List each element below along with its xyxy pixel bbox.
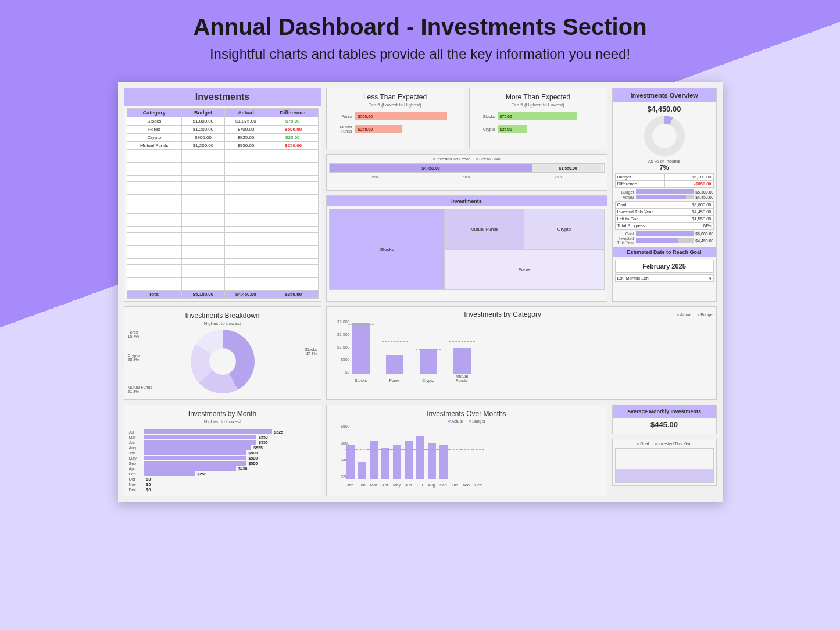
month-hbar: Oct$0 — [129, 477, 316, 481]
month-bar: Apr — [381, 448, 389, 479]
bycat-chart: $2,000$1,500$1,000$500$0 StocksForexCryp… — [329, 320, 714, 384]
treemap: Stocks Mutual Funds Crypto Forex — [329, 209, 605, 290]
treemap-stocks: Stocks — [330, 209, 445, 289]
month-bar: Aug — [428, 443, 436, 479]
treemap-title: Investments — [327, 196, 607, 206]
estimate-months: Est. Months Left 4 — [615, 274, 714, 282]
month-bar: Sep — [439, 445, 448, 479]
category-bar: Mutual Funds — [453, 348, 471, 374]
pie-mutual: Mutual Funds21.3% — [128, 385, 152, 393]
page-title: Annual Dashboard - Investments Section — [0, 0, 840, 40]
progress-bar: $4,450.00 $1,550.00 — [329, 163, 605, 173]
month-bar: Feb — [358, 462, 366, 479]
month-bar: May — [393, 445, 401, 479]
progress-card: Invested This Year Left to Goal $4,450.0… — [326, 154, 607, 191]
dashboard: Investments CategoryBudgetActualDifferen… — [118, 82, 723, 502]
overmonths-title: Investments Over Months — [329, 407, 605, 419]
bymonth-chart: Jul$625Mar$550Jun$550Aug$525Jan$500May$5… — [127, 428, 319, 493]
minibar-row: Crypto$25.00 — [472, 125, 605, 133]
month-hbar: Jun$550 — [129, 440, 316, 445]
more-sub: Top 5 (Highest to Lowest) — [472, 102, 605, 108]
average-title: Average Monthly Investments — [613, 405, 716, 418]
table-row: Crypto$900.00$925.00$25.00 — [127, 134, 318, 142]
month-hbar: Aug$525 — [129, 445, 316, 450]
month-hbar: May$500 — [129, 456, 316, 460]
month-hbar: Nov$0 — [129, 482, 316, 486]
minibar-row: Mutual Funds-$250.00 — [329, 125, 462, 133]
pie-stocks: Stocks42.1% — [305, 348, 317, 356]
investments-table: CategoryBudgetActualDifference Stocks$1,… — [127, 108, 319, 299]
month-hbar: Feb$250 — [129, 471, 316, 476]
overview-table-2: Goal$6,000.00Invested This Year$4,450.00… — [615, 201, 714, 230]
month-hbar: Dec$0 — [129, 487, 316, 492]
est-months-val: 4 — [698, 275, 713, 282]
by-month-card: Investments by Month Highest to Lowest J… — [124, 405, 321, 496]
treemap-crypto: Crypto — [524, 209, 603, 249]
investments-overview-card: Investments Overview $4,450.00 As % of I… — [612, 88, 717, 302]
month-bar: Mar — [370, 441, 378, 479]
breakdown-card: Investments Breakdown Highest to Lowest … — [124, 306, 321, 400]
more-title: More Than Expected — [472, 91, 605, 102]
treemap-card: Investments Stocks Mutual Funds Crypto F… — [326, 195, 607, 302]
month-hbar: Jan$500 — [129, 450, 316, 455]
average-value: $445.00 — [615, 420, 714, 429]
overview-title: Investments Overview — [613, 88, 716, 102]
minibar-row: Stocks$75.00 — [472, 112, 605, 120]
category-bar: Crypto — [420, 349, 437, 374]
est-months-label: Est. Months Left — [615, 275, 698, 282]
overview-donut — [644, 116, 685, 156]
treemap-forex: Forex — [445, 250, 603, 290]
pie-forex: Forex15.7% — [128, 330, 140, 338]
overview-total: $4,450.00 — [615, 105, 714, 113]
less-than-expected-card: Less Than Expected Top 5 (Lowest to High… — [326, 88, 464, 149]
progress-left: $1,550.00 — [532, 164, 604, 172]
breakdown-sub: Highest to Lowest — [127, 321, 319, 326]
overview-table-1: Budget$5,100.00Difference-$650.00 — [615, 173, 714, 188]
less-title: Less Than Expected — [329, 91, 462, 102]
overview-pct-label: As % of Income — [615, 159, 714, 164]
month-hbar: Sep$500 — [129, 461, 316, 466]
less-sub: Top 5 (Lowest to Highest) — [329, 102, 462, 108]
category-bar: Stocks — [352, 323, 370, 374]
average-card: Average Monthly Investments $445.00 — [612, 405, 717, 434]
more-than-expected-card: More Than Expected Top 5 (Highest to Low… — [469, 88, 607, 149]
investments-table-title: Investments — [124, 88, 321, 106]
estimate-date: February 2025 — [615, 260, 714, 273]
progress-ticks: 25% 50% 75% — [329, 175, 605, 179]
breakdown-donut — [191, 330, 255, 393]
month-bar: Jan — [346, 445, 355, 479]
bymonth-sub: Highest to Lowest — [127, 419, 319, 424]
breakdown-title: Investments Breakdown — [127, 309, 319, 321]
over-months-card: Investments Over Months ActualBudget $80… — [326, 405, 607, 496]
month-hbar: Jul$625 — [129, 429, 316, 434]
month-hbar: Apr$450 — [129, 466, 316, 471]
overmonths-chart: $800$600$400$200 JanFebMarAprMayJunJulAu… — [329, 424, 605, 488]
table-row: Forex$1,200.00$700.00-$500.00 — [127, 126, 318, 134]
category-bar: Forex — [386, 355, 403, 374]
goal-area-card: GoalInvested This Year — [612, 439, 717, 486]
month-bar: Jun — [405, 441, 413, 479]
minibar-row: Forex-$500.00 — [329, 112, 462, 120]
estimate-header: Estimated Date to Reach Goal — [613, 247, 716, 257]
progress-legend: Invested This Year Left to Goal — [329, 157, 605, 161]
table-row: Mutual Funds$1,200.00$950.00-$250.00 — [127, 142, 318, 150]
month-hbar: Mar$550 — [129, 435, 316, 439]
investments-table-card: Investments CategoryBudgetActualDifferen… — [124, 88, 321, 302]
table-row: Stocks$1,800.00$1,875.00$75.00 — [127, 117, 318, 126]
overview-pct: 7% — [615, 164, 714, 171]
goal-area-chart — [615, 448, 714, 483]
bycat-title: Investments by Category — [463, 309, 542, 320]
pie-crypto: Crypto20.8% — [128, 353, 140, 361]
treemap-mutual: Mutual Funds — [445, 209, 524, 249]
page-subtitle: Insightful charts and tables provide all… — [0, 46, 840, 62]
by-category-card: Investments by Category ActualBudget $2,… — [326, 306, 717, 400]
progress-invested: $4,450.00 — [330, 164, 532, 172]
bymonth-title: Investments by Month — [127, 407, 319, 419]
month-bar: Jul — [416, 436, 424, 479]
